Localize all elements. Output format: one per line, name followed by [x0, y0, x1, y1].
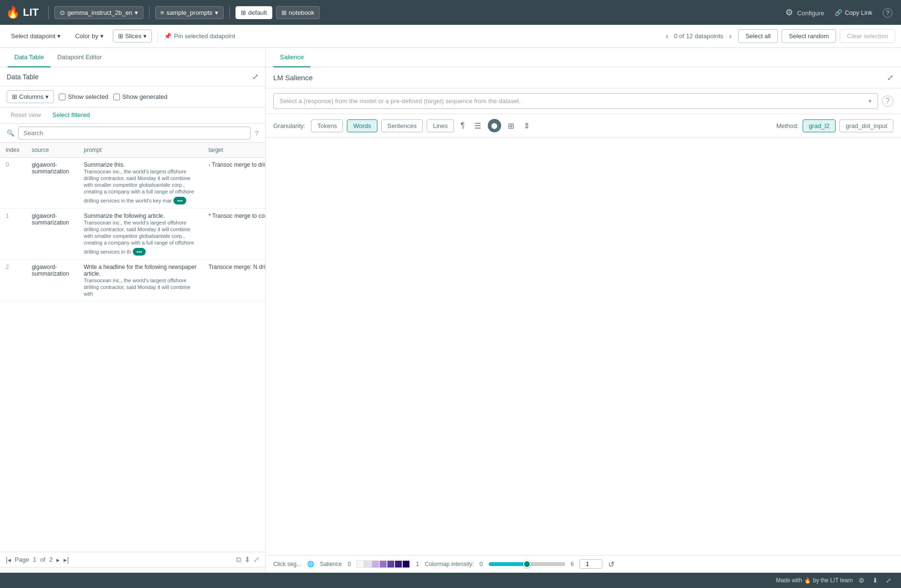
left-panel: Data Table Datapoint Editor Data Table ⤢…	[0, 48, 266, 573]
cell-prompt: Summarize the following article. Transoc…	[78, 209, 203, 260]
next-datapoint-btn[interactable]: ›	[726, 31, 734, 42]
method-grad-dot-btn[interactable]: grad_dot_input	[839, 119, 893, 132]
salience-sequence-select[interactable]: Select a (response) from the model or a …	[273, 93, 878, 109]
gran-settings-btn[interactable]: ⇕	[521, 119, 533, 132]
show-generated-label[interactable]: Show generated	[113, 93, 168, 100]
table-footer: |◂ Page 1 of 2 ▸ ▸| ⧉ ⬇ ⤢	[0, 552, 265, 567]
tab-data-table[interactable]: Data Table	[8, 48, 51, 67]
page-footer: Made with 🔥 by the LIT team ⚙ ⬇ ⤢	[0, 573, 901, 588]
copy-link-btn[interactable]: 🔗 Copy Link	[831, 7, 876, 18]
colormap-intensity-label: Colormap intensity:	[425, 561, 474, 567]
pin-label: Pin selected datapoint	[174, 32, 235, 40]
configure-btn[interactable]: ⚙ Configure	[783, 5, 827, 20]
colormap-sq-2	[372, 560, 379, 568]
search-icon: 🔍	[7, 129, 14, 137]
intensity-input[interactable]	[579, 559, 602, 569]
gran-paragraph-btn[interactable]: ¶	[458, 119, 468, 132]
gran-circle-btn[interactable]: ⬤	[488, 119, 501, 132]
flame-icon: 🔥	[6, 6, 20, 19]
more-btn[interactable]: •••	[133, 248, 146, 256]
table-row[interactable]: 2 gigaword-summarization Write a headlin…	[0, 260, 265, 301]
show-generated-checkbox[interactable]	[113, 94, 120, 100]
method-grad-l2-btn[interactable]: grad_l2	[803, 119, 836, 132]
show-selected-label[interactable]: Show selected	[59, 93, 108, 100]
footer-made-with: Made with	[776, 577, 802, 584]
color-by-btn[interactable]: Color by ▾	[70, 30, 108, 43]
refresh-salience-btn[interactable]: ↺	[608, 560, 614, 569]
method-label: Method:	[776, 122, 799, 129]
th-index: index	[0, 143, 26, 158]
intensity-slider[interactable]	[489, 562, 565, 566]
select-datapoint-btn[interactable]: Select datapoint ▾	[6, 30, 66, 43]
data-table: index source prompt target 0 gigaword-su…	[0, 143, 265, 301]
footer-download-btn[interactable]: ⬇	[870, 576, 880, 585]
pin-icon: 📌	[164, 32, 172, 40]
panel-tabs: Data Table Datapoint Editor	[0, 48, 265, 67]
next-page-btn[interactable]: ▸	[56, 556, 60, 564]
model-selector[interactable]: ⊙ gemma_instruct_2b_en ▾	[54, 6, 143, 19]
gran-lines-btn[interactable]: Lines	[427, 119, 454, 132]
slices-btn[interactable]: ⊞ Slices ▾	[113, 30, 152, 43]
nav-divider-1	[48, 6, 49, 19]
more-btn[interactable]: •••	[173, 197, 187, 204]
expand-salience-btn[interactable]: ⤢	[887, 73, 893, 82]
salience-select-chevron: ▾	[869, 97, 872, 105]
datapoints-nav: ‹ 0 of 12 datapoints ›	[663, 31, 734, 42]
salience-help-btn[interactable]: ?	[882, 96, 893, 107]
select-random-btn[interactable]: Select random	[782, 29, 836, 43]
tab-datapoint-editor[interactable]: Datapoint Editor	[51, 48, 108, 67]
tab-salience[interactable]: Salience	[273, 48, 311, 67]
layout-default-btn[interactable]: ⊞ default	[236, 6, 272, 19]
show-selected-checkbox[interactable]	[59, 94, 65, 100]
toolbar-divider	[158, 31, 158, 42]
gran-tokens-btn[interactable]: Tokens	[311, 119, 343, 132]
colormap-sq-3	[379, 560, 387, 568]
gran-list-btn[interactable]: ☰	[472, 119, 484, 132]
gran-sentences-btn[interactable]: Sentences	[381, 119, 423, 132]
help-btn[interactable]: ?	[880, 5, 895, 20]
sal-min: 0	[348, 561, 351, 567]
app-logo: 🔥 LIT	[6, 6, 39, 19]
layout-notebook-btn[interactable]: ⊞ notebook	[276, 6, 320, 19]
prev-datapoint-btn[interactable]: ‹	[663, 31, 671, 42]
gran-words-btn[interactable]: Words	[347, 119, 377, 132]
first-page-btn[interactable]: |◂	[6, 556, 11, 564]
search-input[interactable]	[18, 127, 251, 139]
copy-table-btn[interactable]: ⧉	[236, 555, 241, 564]
select-filtered-btn[interactable]: Select filtered	[49, 109, 94, 120]
cell-prompt: Write a headline for the following newsp…	[78, 260, 203, 301]
select-datapoint-label: Select datapoint	[11, 32, 55, 40]
data-table-header: Data Table ⤢	[0, 67, 265, 86]
clear-selection-btn[interactable]: Clear selection	[840, 29, 895, 43]
right-panel: Salience LM Salience ⤢ Select a (respons…	[266, 48, 901, 573]
footer-text: Made with 🔥 by the LIT team	[776, 577, 853, 584]
slices-label: Slices	[125, 32, 142, 40]
pin-datapoint-btn[interactable]: 📌 Pin selected datapoint	[164, 32, 235, 40]
gran-grid-btn[interactable]: ⊞	[505, 119, 517, 132]
configure-label: Configure	[797, 10, 824, 17]
horizontal-scroll[interactable]	[0, 567, 265, 573]
search-help-icon[interactable]: ?	[255, 129, 258, 137]
footer-icons: ⧉ ⬇ ⤢	[236, 555, 259, 564]
cell-source: gigaword-summarization	[26, 158, 78, 209]
layout-default-icon: ⊞	[241, 9, 246, 16]
columns-label: Columns	[19, 93, 43, 100]
copy-link-label: Copy Link	[845, 9, 872, 16]
table-wrapper[interactable]: index source prompt target 0 gigaword-su…	[0, 143, 265, 552]
download-table-btn[interactable]: ⬇	[244, 555, 250, 564]
sal-max: 1	[416, 561, 419, 567]
dataset-selector[interactable]: ≡ sample_prompts ▾	[155, 6, 224, 19]
expand-table-btn[interactable]: ⤢	[252, 72, 258, 81]
last-page-btn[interactable]: ▸|	[64, 556, 69, 564]
table-row[interactable]: 1 gigaword-summarization Summarize the f…	[0, 209, 265, 260]
footer-settings-btn[interactable]: ⚙	[857, 576, 867, 585]
salience-title: LM Salience	[273, 74, 313, 82]
select-all-btn[interactable]: Select all	[738, 29, 778, 43]
reset-view-btn[interactable]: Reset view	[7, 109, 45, 120]
expand-table-footer-btn[interactable]: ⤢	[253, 555, 259, 564]
columns-btn[interactable]: ⊞ Columns ▾	[7, 90, 54, 103]
cell-target: * Transoc merge to company * The con a f…	[203, 209, 265, 260]
table-row[interactable]: 0 gigaword-summarization Summarize this.…	[0, 158, 265, 209]
footer-expand-btn[interactable]: ⤢	[884, 576, 893, 585]
th-target: target	[203, 143, 265, 158]
